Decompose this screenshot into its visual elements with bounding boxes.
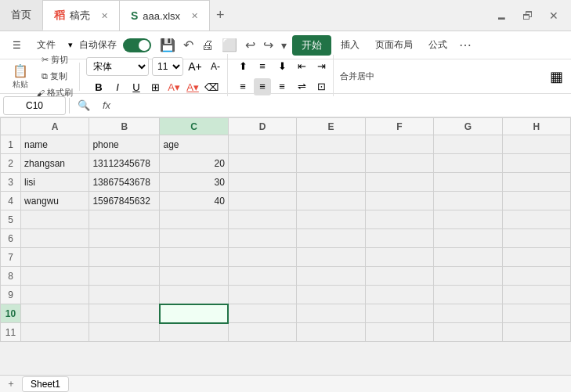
cell-r6c1[interactable] (89, 229, 160, 248)
cell-r7c2[interactable] (160, 248, 228, 267)
undo-icon[interactable]: ↩ (243, 38, 258, 52)
minimize-button[interactable]: 🗕 (491, 8, 511, 23)
cell-r5c4[interactable] (297, 210, 365, 229)
cell-r4c0[interactable]: wangwu (21, 192, 89, 210)
col-header-h[interactable]: H (502, 118, 571, 135)
align-left-button[interactable]: ≡ (234, 78, 251, 95)
cell-r1c0[interactable]: name (21, 135, 89, 154)
cell-r6c7[interactable] (502, 229, 571, 248)
cell-r3c5[interactable] (365, 173, 433, 192)
tab-excel-close[interactable]: ✕ (191, 11, 198, 21)
row-header-3[interactable]: 3 (1, 173, 21, 192)
cell-r2c2[interactable]: 20 (160, 154, 228, 173)
cell-r4c1[interactable]: 15967845632 (89, 192, 160, 210)
cell-r3c6[interactable] (434, 173, 502, 192)
cell-r1c2[interactable]: age (160, 135, 228, 154)
new-tab-button[interactable]: + (210, 7, 231, 23)
cell-r1c5[interactable] (365, 135, 433, 154)
cell-r9c6[interactable] (434, 286, 502, 304)
cell-r9c3[interactable] (228, 286, 296, 304)
col-header-a[interactable]: A (21, 118, 89, 135)
col-header-f[interactable]: F (365, 118, 433, 135)
cell-r7c0[interactable] (21, 248, 89, 267)
row-header-11[interactable]: 11 (1, 323, 21, 342)
cell-r9c5[interactable] (365, 286, 433, 304)
cell-r11c5[interactable] (365, 323, 433, 342)
cell-r9c4[interactable] (297, 286, 365, 304)
cell-r10c1[interactable] (89, 304, 160, 323)
cell-r8c5[interactable] (365, 267, 433, 286)
cell-r3c1[interactable]: 13867543678 (89, 173, 160, 192)
cell-r7c5[interactable] (365, 248, 433, 267)
border-button[interactable]: ⊞ (146, 79, 164, 96)
col-header-e[interactable]: E (297, 118, 365, 135)
cell-r10c5[interactable] (365, 304, 433, 323)
row-header-5[interactable]: 5 (1, 210, 21, 229)
cell-r8c3[interactable] (228, 267, 296, 286)
cell-r9c1[interactable] (89, 286, 160, 304)
restore-button[interactable]: 🗗 (518, 8, 538, 23)
menu-page-layout[interactable]: 页面布局 (369, 35, 419, 55)
cell-r2c0[interactable]: zhangsan (21, 154, 89, 173)
print-icon[interactable]: 🖨 (199, 38, 216, 52)
cell-r4c6[interactable] (434, 192, 502, 210)
formula-input[interactable] (118, 96, 568, 115)
cell-r6c5[interactable] (365, 229, 433, 248)
screen-icon[interactable]: ⬜ (219, 38, 240, 52)
italic-button[interactable]: I (109, 79, 126, 96)
cell-r10c3[interactable] (228, 304, 296, 323)
font-family-select[interactable]: 宋体 (86, 57, 149, 76)
cell-r7c1[interactable] (89, 248, 160, 267)
search-formula-icon[interactable]: 🔍 (73, 99, 95, 111)
align-right-button[interactable]: ≡ (273, 78, 291, 95)
cell-r11c2[interactable] (160, 323, 228, 342)
col-header-d[interactable]: D (228, 118, 296, 135)
paste-button[interactable]: 📋 粘贴 (9, 62, 31, 92)
cell-r8c0[interactable] (21, 267, 89, 286)
cell-r1c1[interactable]: phone (89, 135, 160, 154)
copy-button[interactable]: ⧉ 复制 (33, 69, 76, 84)
col-header-g[interactable]: G (434, 118, 502, 135)
cell-r10c0[interactable] (21, 304, 89, 323)
col-header-b[interactable]: B (89, 118, 160, 135)
row-header-7[interactable]: 7 (1, 248, 21, 267)
cell-r5c6[interactable] (434, 210, 502, 229)
cell-r5c7[interactable] (502, 210, 571, 229)
cell-r2c7[interactable] (502, 154, 571, 173)
row-header-2[interactable]: 2 (1, 154, 21, 173)
cell-r11c6[interactable] (434, 323, 502, 342)
cell-r10c2[interactable] (160, 304, 228, 323)
font-size-select[interactable]: 11 (152, 57, 183, 76)
cell-r11c0[interactable] (21, 323, 89, 342)
cell-r1c7[interactable] (502, 135, 571, 154)
close-button[interactable]: ✕ (544, 8, 563, 23)
col-header-c[interactable]: C (160, 118, 228, 135)
cell-r5c1[interactable] (89, 210, 160, 229)
cell-r5c5[interactable] (365, 210, 433, 229)
cell-r8c4[interactable] (297, 267, 365, 286)
menu-hamburger[interactable]: ☰ (6, 37, 27, 54)
cell-r5c0[interactable] (21, 210, 89, 229)
cell-r7c3[interactable] (228, 248, 296, 267)
align-middle-button[interactable]: ≡ (254, 58, 271, 75)
cell-r3c2[interactable]: 30 (160, 173, 228, 192)
cell-r11c1[interactable] (89, 323, 160, 342)
row-header-6[interactable]: 6 (1, 229, 21, 248)
cell-r2c4[interactable] (297, 154, 365, 173)
cell-reference-input[interactable] (3, 96, 66, 115)
cell-r2c6[interactable] (434, 154, 502, 173)
bold-button[interactable]: B (90, 79, 107, 96)
cell-r9c7[interactable] (502, 286, 571, 304)
cell-r4c5[interactable] (365, 192, 433, 210)
indent-decrease-button[interactable]: ⇤ (293, 58, 310, 75)
cell-r5c2[interactable] (160, 210, 228, 229)
cut-button[interactable]: ✂ 剪切 (33, 52, 76, 67)
tab-home[interactable]: 首页 (0, 0, 43, 31)
cell-r5c3[interactable] (228, 210, 296, 229)
cell-r10c4[interactable] (297, 304, 365, 323)
fill-color-button[interactable]: A▾ (165, 79, 183, 96)
wrap-text-button[interactable]: ⇌ (293, 78, 310, 95)
align-top-button[interactable]: ⬆ (234, 58, 251, 75)
row-header-10[interactable]: 10 (1, 304, 21, 323)
row-header-9[interactable]: 9 (1, 286, 21, 304)
